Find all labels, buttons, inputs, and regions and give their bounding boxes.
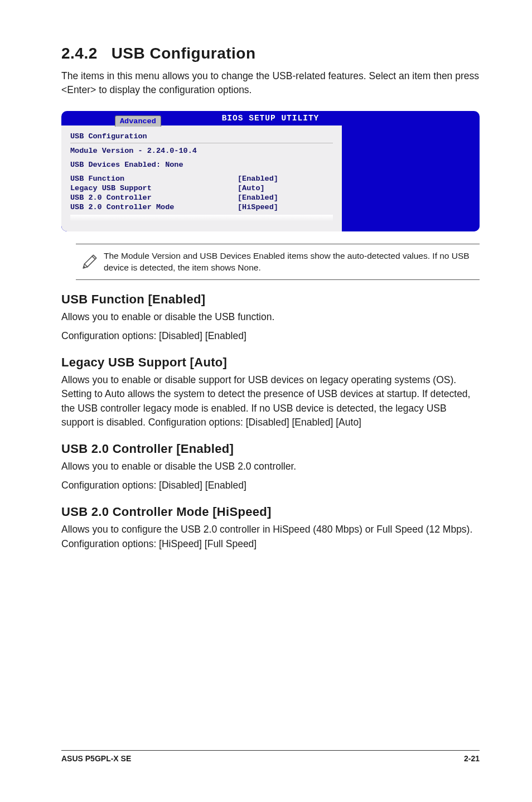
item-body: Configuration options: [Disabled] [Enabl… <box>61 329 480 343</box>
bios-right-panel <box>342 125 480 231</box>
bios-row-value: [Auto] <box>238 184 333 192</box>
note-text: The Module Version and USB Devices Enabl… <box>104 250 475 274</box>
bios-devices-line: USB Devices Enabled: None <box>70 161 333 169</box>
bios-screenshot: Advanced BIOS SETUP UTILITY USB Configur… <box>61 111 480 231</box>
bios-body: USB Configuration Module Version - 2.24.… <box>61 125 480 231</box>
bios-row-label: Legacy USB Support <box>70 184 238 192</box>
item-body: Configuration options: [Disabled] [Enabl… <box>61 479 480 492</box>
section-number: 2.4.2 <box>61 45 98 62</box>
bios-divider <box>70 143 333 143</box>
bios-fade <box>70 215 333 221</box>
bios-row-label: USB 2.0 Controller <box>70 194 238 202</box>
bios-module-version: Module Version - 2.24.0-10.4 <box>70 147 333 155</box>
section-title-text: USB Configuration <box>112 45 256 62</box>
bios-row-value: [HiSpeed] <box>238 203 333 211</box>
bios-row-label: USB Function <box>70 175 238 183</box>
footer-left: ASUS P5GPL-X SE <box>61 754 131 763</box>
footer-right: 2-21 <box>464 754 480 763</box>
bios-titlebar: Advanced BIOS SETUP UTILITY <box>61 111 480 125</box>
section-heading: 2.4.2 USB Configuration <box>61 45 480 62</box>
bios-row: Legacy USB Support [Auto] <box>70 184 333 192</box>
bios-row-label: USB 2.0 Controller Mode <box>70 203 238 211</box>
bios-left-panel: USB Configuration Module Version - 2.24.… <box>61 125 342 231</box>
bios-row: USB Function [Enabled] <box>70 175 333 183</box>
item-body: Allows you to enable or disable the USB … <box>61 460 480 474</box>
section-intro: The items in this menu allows you to cha… <box>61 69 480 98</box>
bios-row-value: [Enabled] <box>238 194 333 202</box>
bios-row-value: [Enabled] <box>238 175 333 183</box>
item-title: Legacy USB Support [Auto] <box>61 355 480 370</box>
note-block: The Module Version and USB Devices Enabl… <box>76 244 480 280</box>
item-title: USB Function [Enabled] <box>61 292 480 307</box>
item-body: Allows you to enable or disable support … <box>61 373 480 430</box>
pencil-icon <box>76 250 104 271</box>
item-body: Allows you to enable or disable the USB … <box>61 310 480 324</box>
item-title: USB 2.0 Controller Mode [HiSpeed] <box>61 505 480 519</box>
bios-row: USB 2.0 Controller [Enabled] <box>70 194 333 202</box>
bios-tab-advanced: Advanced <box>115 115 161 127</box>
item-title: USB 2.0 Controller [Enabled] <box>61 442 480 456</box>
bios-heading: USB Configuration <box>70 132 333 141</box>
bios-utility-title: BIOS SETUP UTILITY <box>222 114 320 123</box>
bios-row: USB 2.0 Controller Mode [HiSpeed] <box>70 203 333 211</box>
item-body: Allows you to configure the USB 2.0 cont… <box>61 523 480 551</box>
page-footer: ASUS P5GPL-X SE 2-21 <box>61 750 480 763</box>
